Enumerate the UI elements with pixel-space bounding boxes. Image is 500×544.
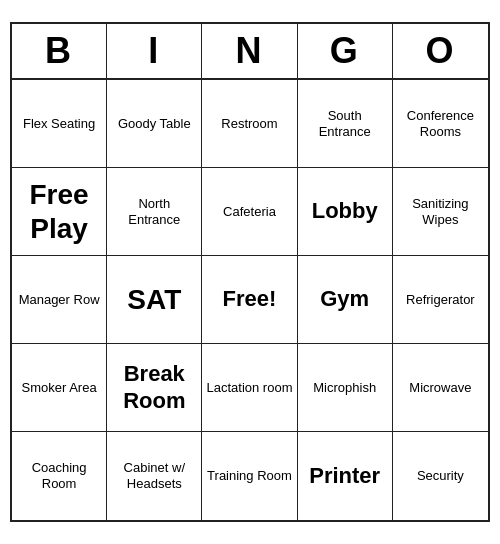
bingo-card: BINGO Flex SeatingGoody TableRestroomSou… bbox=[10, 22, 490, 522]
bingo-cell: Manager Row bbox=[12, 256, 107, 344]
bingo-cell: Break Room bbox=[107, 344, 202, 432]
bingo-cell: Cafeteria bbox=[202, 168, 297, 256]
bingo-cell: Conference Rooms bbox=[393, 80, 488, 168]
header-letter: B bbox=[12, 24, 107, 78]
header-letter: G bbox=[298, 24, 393, 78]
header-letter: O bbox=[393, 24, 488, 78]
bingo-header: BINGO bbox=[12, 24, 488, 80]
bingo-cell: Restroom bbox=[202, 80, 297, 168]
bingo-cell: Lactation room bbox=[202, 344, 297, 432]
bingo-cell: Flex Seating bbox=[12, 80, 107, 168]
bingo-cell: North Entrance bbox=[107, 168, 202, 256]
bingo-cell: Cabinet w/ Headsets bbox=[107, 432, 202, 520]
bingo-cell: Microwave bbox=[393, 344, 488, 432]
bingo-cell: Free Play bbox=[12, 168, 107, 256]
bingo-cell: Sanitizing Wipes bbox=[393, 168, 488, 256]
header-letter: I bbox=[107, 24, 202, 78]
bingo-cell: Printer bbox=[298, 432, 393, 520]
header-letter: N bbox=[202, 24, 297, 78]
bingo-cell: Lobby bbox=[298, 168, 393, 256]
bingo-cell: Refrigerator bbox=[393, 256, 488, 344]
bingo-cell: Microphish bbox=[298, 344, 393, 432]
bingo-cell: SAT bbox=[107, 256, 202, 344]
bingo-cell: South Entrance bbox=[298, 80, 393, 168]
bingo-cell: Coaching Room bbox=[12, 432, 107, 520]
bingo-cell: Free! bbox=[202, 256, 297, 344]
bingo-cell: Goody Table bbox=[107, 80, 202, 168]
bingo-grid: Flex SeatingGoody TableRestroomSouth Ent… bbox=[12, 80, 488, 520]
bingo-cell: Gym bbox=[298, 256, 393, 344]
bingo-cell: Training Room bbox=[202, 432, 297, 520]
bingo-cell: Smoker Area bbox=[12, 344, 107, 432]
bingo-cell: Security bbox=[393, 432, 488, 520]
